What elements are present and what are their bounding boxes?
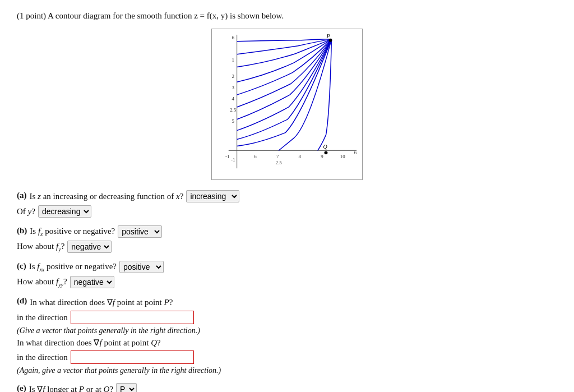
part-a-select-x[interactable]: increasing decreasing (186, 190, 239, 202)
diagram-container: -1 6 7 8 9 10 2.5 6 6 1 2 3 4 2.5 5 -1 (17, 29, 557, 180)
part-c-q1-text: Is fxx positive or negative? (29, 262, 117, 273)
part-a-select-y[interactable]: decreasing increasing (38, 205, 91, 218)
part-a: (a) Is z an increasing or decreasing fun… (17, 190, 557, 218)
part-d: (d) In what direction does ∇f point at p… (17, 296, 557, 375)
part-a-label: (a) (17, 191, 27, 200)
question-header: (1 point) A contour diagram for the smoo… (17, 11, 557, 21)
part-e: (e) Is ∇f longer at P or at Q? P Q (17, 383, 557, 392)
svg-text:8: 8 (299, 154, 302, 159)
part-a-row2: Of y? decreasing increasing (17, 205, 557, 218)
svg-text:1: 1 (232, 57, 234, 63)
part-a-row1: (a) Is z an increasing or decreasing fun… (17, 190, 557, 202)
svg-text:3: 3 (232, 85, 234, 90)
svg-text:10: 10 (340, 154, 345, 159)
svg-text:P: P (326, 33, 330, 39)
part-e-row1: (e) Is ∇f longer at P or at Q? P Q (17, 383, 557, 392)
part-c-row2: How about fyy? negative positive (17, 276, 557, 288)
part-d-input-p[interactable] (71, 311, 194, 324)
svg-text:9: 9 (321, 154, 323, 159)
svg-text:-1: -1 (231, 157, 235, 163)
part-d-direction-q-row: in the direction (17, 351, 557, 364)
svg-text:5: 5 (232, 118, 234, 124)
svg-text:2.5: 2.5 (276, 160, 283, 165)
part-d-in-direction-p: in the direction (17, 313, 68, 322)
part-d-note2: (Again, give a vector that points genera… (17, 366, 557, 375)
part-b: (b) Is fx positive or negative? positive… (17, 225, 557, 253)
part-b-label: (b) (17, 226, 27, 236)
svg-text:2: 2 (232, 73, 234, 79)
part-b-q1-text: Is fx positive or negative? (30, 227, 115, 237)
part-c-q2-text: How about fyy? (17, 277, 67, 288)
part-d-direction-p-row: in the direction (17, 311, 557, 324)
svg-text:Q: Q (323, 144, 327, 150)
svg-text:6: 6 (254, 154, 257, 159)
part-d-q1-text: In what direction does ∇f point at point… (30, 297, 173, 307)
part-c-select-fyy[interactable]: negative positive (70, 276, 114, 288)
diagram-svg: -1 6 7 8 9 10 2.5 6 6 1 2 3 4 2.5 5 -1 (212, 29, 362, 179)
svg-point-21 (325, 151, 328, 154)
part-a-q1-text: Is z an increasing or decreasing functio… (30, 192, 184, 201)
contour-diagram: -1 6 7 8 9 10 2.5 6 6 1 2 3 4 2.5 5 -1 (211, 29, 363, 180)
part-b-q2-text: How about fy? (17, 242, 64, 252)
svg-text:6: 6 (232, 35, 234, 40)
part-c: (c) Is fxx positive or negative? positiv… (17, 261, 557, 288)
svg-text:4: 4 (232, 96, 234, 102)
part-b-select-fx[interactable]: positive negative (118, 225, 162, 238)
part-b-select-fy[interactable]: negative positive (67, 241, 112, 253)
svg-text:6: 6 (354, 150, 357, 155)
part-b-row1: (b) Is fx positive or negative? positive… (17, 225, 557, 238)
part-d-input-q[interactable] (71, 351, 194, 364)
part-e-select[interactable]: P Q (116, 383, 137, 392)
part-d-label: (d) (17, 296, 27, 306)
svg-text:2.5: 2.5 (230, 107, 237, 113)
part-e-label: (e) (17, 384, 26, 393)
part-d-row1: (d) In what direction does ∇f point at p… (17, 296, 557, 308)
part-c-row1: (c) Is fxx positive or negative? positiv… (17, 261, 557, 273)
part-d-q2-text: In what direction does ∇f point at point… (17, 338, 161, 348)
part-d-row2: In what direction does ∇f point at point… (17, 338, 557, 348)
part-d-in-direction-q: in the direction (17, 353, 68, 362)
part-a-q2-text: Of y? (17, 207, 35, 216)
svg-text:-1: -1 (225, 154, 229, 159)
part-c-label: (c) (17, 261, 26, 271)
part-b-row2: How about fy? negative positive (17, 241, 557, 253)
part-c-select-fxx[interactable]: positive negative (119, 261, 164, 273)
svg-text:7: 7 (276, 154, 279, 159)
part-d-note1: (Give a vector that points generally in … (17, 326, 557, 335)
part-e-q1-text: Is ∇f longer at P or at Q? (29, 384, 113, 392)
